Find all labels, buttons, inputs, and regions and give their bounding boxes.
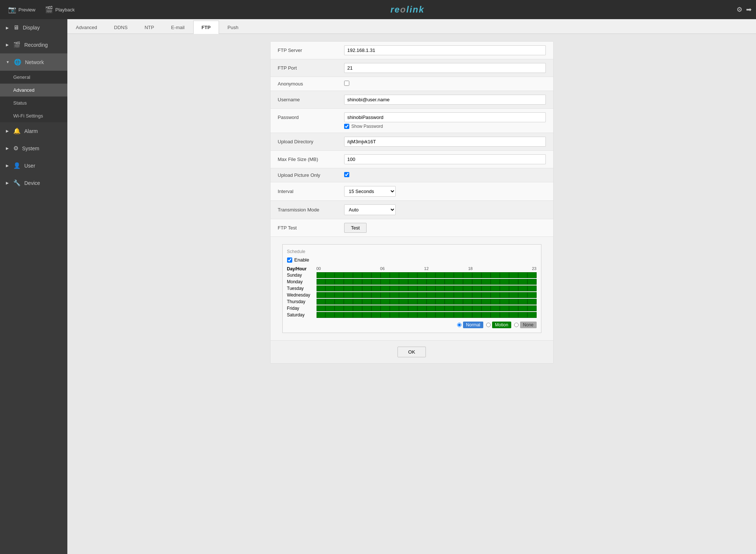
schedule-cell[interactable]: [344, 285, 353, 291]
schedule-cell[interactable]: [463, 299, 472, 305]
schedule-cell[interactable]: [390, 299, 399, 305]
schedule-cell[interactable]: [390, 279, 399, 285]
schedule-cell[interactable]: [353, 285, 362, 291]
schedule-cell[interactable]: [325, 312, 335, 318]
schedule-cell[interactable]: [335, 312, 344, 318]
schedule-cell[interactable]: [353, 272, 362, 278]
tab-ntp[interactable]: NTP: [136, 21, 163, 34]
schedule-cell[interactable]: [317, 279, 326, 285]
schedule-cell[interactable]: [335, 299, 344, 305]
sidebar-item-user[interactable]: ▶ 👤 User: [0, 157, 67, 174]
schedule-cell[interactable]: [445, 292, 454, 298]
sidebar-item-network[interactable]: ▼ 🌐 Network: [0, 53, 67, 71]
schedule-cell[interactable]: [481, 285, 491, 291]
schedule-cell[interactable]: [518, 292, 527, 298]
sidebar-item-device[interactable]: ▶ 🔧 Device: [0, 174, 67, 192]
schedule-cell[interactable]: [527, 272, 537, 278]
schedule-cell[interactable]: [481, 279, 491, 285]
schedule-cell[interactable]: [408, 305, 417, 311]
anonymous-checkbox[interactable]: [344, 81, 349, 86]
schedule-cell[interactable]: [427, 299, 436, 305]
tab-advanced[interactable]: Advanced: [67, 21, 106, 34]
max-file-size-input[interactable]: [344, 154, 546, 164]
schedule-cell[interactable]: [335, 272, 344, 278]
transmission-select[interactable]: Auto Passive Active: [344, 204, 396, 215]
schedule-cell[interactable]: [325, 279, 335, 285]
schedule-cell[interactable]: [472, 312, 481, 318]
schedule-cell[interactable]: [371, 312, 381, 318]
schedule-cell[interactable]: [454, 272, 463, 278]
upload-picture-checkbox[interactable]: [344, 172, 349, 177]
ok-button[interactable]: OK: [398, 347, 426, 357]
schedule-cell[interactable]: [445, 285, 454, 291]
schedule-cell[interactable]: [500, 299, 509, 305]
schedule-cell[interactable]: [500, 292, 509, 298]
motion-radio[interactable]: [486, 323, 491, 327]
schedule-cell[interactable]: [454, 299, 463, 305]
schedule-cell[interactable]: [317, 299, 326, 305]
password-input[interactable]: [344, 112, 546, 122]
sidebar-sub-status[interactable]: Status: [0, 97, 67, 109]
sidebar-sub-general[interactable]: General: [0, 71, 67, 84]
schedule-cell[interactable]: [445, 279, 454, 285]
schedule-cell[interactable]: [472, 305, 481, 311]
schedule-cell[interactable]: [527, 312, 537, 318]
schedule-cell[interactable]: [408, 299, 417, 305]
schedule-cell[interactable]: [344, 292, 353, 298]
username-input[interactable]: [344, 95, 546, 105]
schedule-cell[interactable]: [445, 305, 454, 311]
schedule-cell[interactable]: [527, 305, 537, 311]
schedule-cell[interactable]: [390, 292, 399, 298]
schedule-cell[interactable]: [325, 305, 335, 311]
schedule-cell[interactable]: [353, 305, 362, 311]
schedule-cell[interactable]: [509, 285, 518, 291]
test-button[interactable]: Test: [344, 223, 367, 233]
sidebar-item-alarm[interactable]: ▶ 🔔 Alarm: [0, 122, 67, 140]
schedule-cell[interactable]: [435, 279, 445, 285]
schedule-cell[interactable]: [518, 285, 527, 291]
tab-ftp[interactable]: FTP: [193, 21, 219, 34]
schedule-cell[interactable]: [472, 292, 481, 298]
schedule-cell[interactable]: [399, 305, 408, 311]
schedule-cell[interactable]: [518, 305, 527, 311]
schedule-cell[interactable]: [463, 312, 472, 318]
schedule-cell[interactable]: [491, 292, 500, 298]
preview-nav-item[interactable]: 📷 Preview: [4, 3, 39, 16]
schedule-cell[interactable]: [491, 305, 500, 311]
schedule-cell[interactable]: [362, 292, 371, 298]
normal-radio[interactable]: [457, 323, 462, 327]
schedule-cell[interactable]: [381, 292, 390, 298]
schedule-cell[interactable]: [417, 305, 427, 311]
schedule-cell[interactable]: [491, 285, 500, 291]
schedule-cell[interactable]: [371, 305, 381, 311]
schedule-cell[interactable]: [435, 285, 445, 291]
schedule-cell[interactable]: [408, 292, 417, 298]
schedule-cell[interactable]: [417, 285, 427, 291]
schedule-cell[interactable]: [399, 285, 408, 291]
schedule-cell[interactable]: [381, 285, 390, 291]
logout-icon[interactable]: ➡: [746, 6, 752, 14]
schedule-cell[interactable]: [344, 299, 353, 305]
schedule-cell[interactable]: [408, 312, 417, 318]
schedule-cell[interactable]: [325, 292, 335, 298]
schedule-cell[interactable]: [408, 272, 417, 278]
sidebar-item-display[interactable]: ▶ 🖥 Display: [0, 19, 67, 36]
schedule-cell[interactable]: [317, 285, 326, 291]
schedule-cell[interactable]: [509, 279, 518, 285]
schedule-cell[interactable]: [491, 312, 500, 318]
sidebar-item-system[interactable]: ▶ ⚙ System: [0, 140, 67, 157]
schedule-cell[interactable]: [371, 292, 381, 298]
schedule-cell[interactable]: [445, 272, 454, 278]
schedule-cell[interactable]: [325, 285, 335, 291]
schedule-cell[interactable]: [435, 312, 445, 318]
schedule-cell[interactable]: [491, 299, 500, 305]
schedule-cell[interactable]: [417, 292, 427, 298]
schedule-cell[interactable]: [427, 292, 436, 298]
schedule-cell[interactable]: [500, 305, 509, 311]
schedule-cell[interactable]: [435, 272, 445, 278]
schedule-cell[interactable]: [445, 312, 454, 318]
schedule-cell[interactable]: [371, 279, 381, 285]
schedule-cell[interactable]: [417, 312, 427, 318]
schedule-cell[interactable]: [317, 312, 326, 318]
schedule-cell[interactable]: [445, 299, 454, 305]
